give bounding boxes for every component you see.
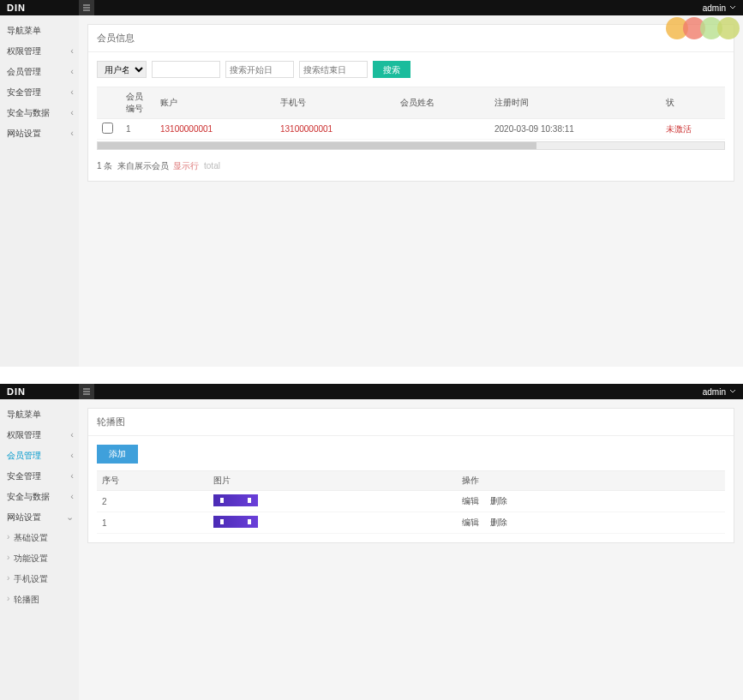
content-area: 轮播图 添加 序号 图片 操作 2 — [79, 399, 743, 700]
carousel-table: 序号 图片 操作 2 编辑 删除 — [97, 470, 725, 534]
summary-tail: total — [204, 161, 220, 171]
col-ops: 操作 — [457, 471, 725, 491]
col-phone: 手机号 — [275, 87, 395, 119]
thumbnail-image — [213, 516, 258, 528]
sidebar-item-members[interactable]: 会员管理 — [0, 446, 79, 466]
sidebar-item-site-settings[interactable]: 网站设置 — [0, 507, 79, 528]
admin-label: admin — [703, 387, 726, 397]
sidebar-item-security[interactable]: 安全管理 — [0, 82, 79, 103]
table-summary: 1 条 来自展示会员 显示行 total — [97, 160, 725, 172]
brand: DIN — [7, 3, 26, 13]
topbar: DIN admin — [0, 0, 743, 15]
sidebar-item-nav[interactable]: 导航菜单 — [0, 404, 79, 425]
brand: DIN — [7, 386, 26, 397]
sidebar-item-security-data[interactable]: 安全与数据 — [0, 103, 79, 123]
menu-icon — [82, 387, 91, 396]
sidebar-toggle[interactable] — [79, 384, 94, 399]
search-start-date-input[interactable] — [225, 61, 294, 78]
col-account: 账户 — [155, 87, 275, 119]
admin-label: admin — [703, 3, 726, 13]
search-keyword-input[interactable] — [152, 61, 220, 78]
delete-link[interactable]: 删除 — [490, 518, 507, 527]
table-row[interactable]: 1 13100000001 13100000001 2020-03-09 10:… — [97, 119, 725, 140]
col-checkbox — [97, 87, 121, 119]
sidebar: 导航菜单 权限管理 会员管理 安全管理 安全与数据 网站设置 基础设置 功能设置… — [0, 399, 79, 700]
sidebar-toggle[interactable] — [79, 0, 94, 15]
col-seq: 序号 — [97, 471, 208, 491]
row-checkbox[interactable] — [102, 123, 113, 134]
horizontal-scrollbar[interactable] — [97, 141, 725, 150]
topbar: DIN admin — [0, 384, 743, 399]
admin-dropdown[interactable]: admin — [703, 0, 736, 15]
edit-link[interactable]: 编辑 — [462, 518, 479, 527]
cell-seq: 2 — [97, 491, 208, 512]
admin-dropdown[interactable]: admin — [703, 384, 736, 399]
members-table: 会员编号 账户 手机号 会员姓名 注册时间 状 1 — [97, 87, 725, 140]
screen-members: DIN admin 导航菜单 权限管理 会员管理 安全管理 安全与数据 网站设置… — [0, 0, 743, 367]
summary-suffix: 显示行 — [173, 161, 199, 171]
cell-status: 未激活 — [661, 119, 725, 140]
panel-title: 会员信息 — [88, 25, 734, 52]
sidebar-item-permissions[interactable]: 权限管理 — [0, 41, 79, 62]
col-member-id: 会员编号 — [121, 87, 155, 119]
thumbnail-image — [213, 494, 258, 506]
panel-carousel: 轮播图 添加 序号 图片 操作 2 — [87, 408, 734, 543]
panel-members: 会员信息 用户名 搜索 — [87, 24, 734, 182]
cell-seq: 1 — [97, 512, 208, 534]
sidebar-item-members[interactable]: 会员管理 — [0, 62, 79, 82]
search-end-date-input[interactable] — [299, 61, 368, 78]
col-register-time: 注册时间 — [489, 87, 661, 119]
cell-id: 1 — [121, 119, 155, 140]
cell-account: 13100000001 — [155, 119, 275, 140]
search-bar: 用户名 搜索 — [97, 61, 725, 78]
table-row: 2 编辑 删除 — [97, 491, 725, 512]
table-row: 1 编辑 删除 — [97, 512, 725, 534]
sidebar-sub-carousel[interactable]: 轮播图 — [0, 589, 79, 610]
screen-carousel: DIN admin 导航菜单 权限管理 会员管理 安全管理 安全与数据 网站设置… — [0, 384, 743, 700]
chevron-down-icon — [729, 388, 736, 395]
sidebar-item-security[interactable]: 安全管理 — [0, 466, 79, 487]
edit-link[interactable]: 编辑 — [462, 496, 479, 506]
sidebar-sub-mobile[interactable]: 手机设置 — [0, 569, 79, 589]
content-area: 会员信息 用户名 搜索 — [79, 15, 743, 367]
chevron-down-icon — [729, 4, 736, 11]
sidebar: 导航菜单 权限管理 会员管理 安全管理 安全与数据 网站设置 — [0, 15, 79, 367]
col-image: 图片 — [208, 471, 457, 491]
col-name: 会员姓名 — [395, 87, 489, 119]
delete-link[interactable]: 删除 — [490, 496, 507, 506]
sidebar-item-site-settings[interactable]: 网站设置 — [0, 123, 79, 144]
panel-title: 轮播图 — [88, 409, 734, 436]
col-status: 状 — [661, 87, 725, 119]
summary-count: 1 条 — [97, 161, 112, 171]
menu-icon — [82, 3, 91, 12]
sidebar-item-nav[interactable]: 导航菜单 — [0, 21, 79, 41]
search-field-select[interactable]: 用户名 — [97, 61, 147, 78]
sidebar-sub-basic[interactable]: 基础设置 — [0, 528, 79, 548]
sidebar-item-permissions[interactable]: 权限管理 — [0, 425, 79, 446]
summary-mid: 来自展示会员 — [117, 161, 169, 171]
cell-name — [395, 119, 489, 140]
decorative-blobs — [671, 17, 740, 39]
cell-date: 2020-03-09 10:38:11 — [489, 119, 661, 140]
sidebar-sub-function[interactable]: 功能设置 — [0, 548, 79, 569]
add-button[interactable]: 添加 — [97, 445, 138, 464]
search-button[interactable]: 搜索 — [373, 61, 410, 78]
cell-phone: 13100000001 — [275, 119, 395, 140]
sidebar-item-security-data[interactable]: 安全与数据 — [0, 487, 79, 507]
